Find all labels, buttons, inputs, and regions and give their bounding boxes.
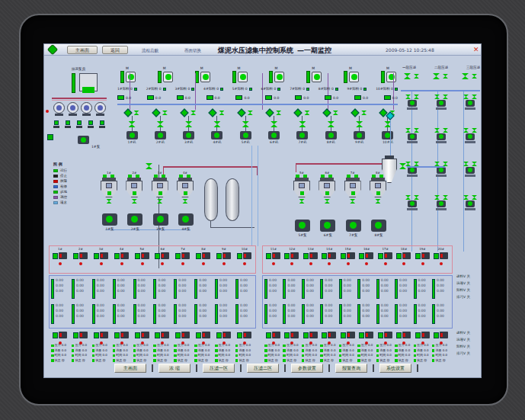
diamond-valve-icon[interactable] — [351, 108, 359, 117]
filter-hopper[interactable]: 7# — [344, 171, 361, 204]
press-unit-cell[interactable]: 18# — [395, 247, 413, 265]
filter-hopper[interactable]: 4# — [177, 171, 194, 204]
toolbar-button-main[interactable]: 主画面 — [67, 46, 98, 54]
diamond-valve-icon[interactable] — [209, 108, 217, 117]
diamond-valve-icon[interactable] — [152, 108, 160, 117]
feed-pump[interactable]: 2#泵 — [127, 213, 142, 231]
right-valve-pair[interactable] — [404, 73, 419, 79]
press-column[interactable]: 4#机 — [204, 110, 230, 144]
small-valve-icon[interactable] — [361, 111, 367, 115]
station-valve-3[interactable] — [76, 120, 82, 128]
right-valve-pair[interactable] — [462, 73, 477, 79]
press-pump-icon[interactable] — [354, 131, 365, 139]
right-mini-unit-1[interactable] — [402, 95, 422, 122]
press-pump-icon[interactable] — [296, 131, 308, 139]
agitator-unit[interactable]: M — [158, 67, 173, 84]
filter-hopper[interactable]: 1# — [101, 171, 117, 204]
press-unit-cell[interactable]: 8# — [194, 247, 213, 265]
nav-button[interactable]: 主画面 — [114, 364, 146, 373]
feed-pump[interactable]: 8#泵 — [371, 220, 386, 237]
air-vessel-1[interactable] — [204, 178, 218, 221]
press-pump-icon[interactable] — [211, 131, 222, 139]
nav-button[interactable]: 压滤二区 — [247, 364, 279, 373]
agitator-unit[interactable]: M — [344, 67, 359, 84]
nav-button[interactable]: 浓 缩 — [158, 364, 190, 373]
agitator-unit[interactable]: M — [232, 67, 248, 84]
feed-pump[interactable]: 4#泵 — [178, 213, 194, 231]
press-unit-cell[interactable]: 4# — [113, 247, 131, 265]
station-valve-4[interactable] — [88, 120, 94, 128]
valve-icon[interactable] — [328, 121, 335, 127]
diamond-valve-icon[interactable] — [294, 108, 303, 117]
press-unit-cell[interactable]: 9# — [215, 247, 233, 265]
press-unit-cell[interactable]: 11# — [264, 247, 283, 265]
station-valve-2[interactable] — [65, 120, 71, 128]
valve-icon[interactable] — [356, 121, 363, 127]
air-vessel-2[interactable] — [226, 178, 239, 221]
press-unit-cell[interactable]: 20# — [432, 247, 450, 265]
press-unit-cell[interactable]: 12# — [283, 247, 301, 265]
press-column[interactable]: 7#机 — [290, 110, 315, 144]
home-diamond-icon[interactable] — [47, 44, 58, 55]
right-mini-unit-4[interactable] — [460, 195, 480, 223]
filter-hopper[interactable]: 2# — [126, 171, 142, 204]
diamond-valve-icon[interactable] — [123, 108, 132, 117]
diamond-valve-icon[interactable] — [180, 108, 188, 117]
slurry-pump-4[interactable] — [94, 102, 107, 117]
small-valve-icon[interactable] — [219, 111, 224, 115]
right-mini-unit-2[interactable] — [431, 128, 451, 155]
small-valve-icon[interactable] — [162, 111, 168, 115]
filter-hopper[interactable]: 8# — [370, 171, 386, 204]
press-pump-icon[interactable] — [183, 131, 194, 139]
nav-button[interactable]: 系统设置 — [379, 364, 411, 373]
right-mini-unit-4[interactable] — [402, 195, 422, 223]
press-pump-icon[interactable] — [240, 131, 251, 139]
press-pump-icon[interactable] — [325, 131, 337, 139]
valve-icon[interactable] — [185, 121, 192, 127]
press-unit-cell[interactable]: 7# — [174, 247, 192, 265]
small-valve-icon[interactable] — [248, 111, 253, 115]
station-aux-pump[interactable] — [78, 136, 89, 144]
press-unit-cell[interactable]: 2# — [72, 247, 90, 265]
filter-hopper[interactable]: 6# — [319, 171, 335, 204]
nav-button[interactable]: 压滤一区 — [203, 364, 235, 373]
agitator-unit[interactable]: M — [120, 67, 136, 84]
agitator-unit[interactable]: M — [306, 67, 322, 84]
feed-pump[interactable]: 3#泵 — [153, 213, 168, 231]
right-mini-unit-2[interactable] — [402, 128, 422, 155]
press-unit-cell[interactable]: 14# — [320, 247, 338, 265]
slurry-pump-1[interactable] — [53, 102, 66, 117]
press-pump-icon[interactable] — [382, 131, 393, 139]
press-unit-cell[interactable]: 6# — [153, 247, 171, 265]
press-unit-cell[interactable]: 17# — [376, 247, 395, 265]
press-column[interactable]: 5#机 — [232, 110, 258, 144]
valve-icon[interactable] — [299, 121, 306, 127]
valve-icon[interactable] — [129, 121, 136, 127]
press-column[interactable]: 6#机 — [261, 110, 287, 144]
valve-icon[interactable] — [213, 121, 220, 127]
press-unit-cell[interactable]: 19# — [414, 247, 432, 265]
small-valve-icon[interactable] — [190, 111, 196, 115]
feed-pump[interactable]: 1#泵 — [102, 213, 117, 231]
press-pump-icon[interactable] — [268, 131, 280, 139]
close-icon[interactable]: ✕ — [473, 46, 479, 53]
right-valve-pair[interactable] — [433, 73, 448, 79]
press-column[interactable]: 9#机 — [347, 110, 373, 144]
diamond-valve-icon[interactable] — [265, 108, 274, 117]
agitator-unit[interactable]: M — [269, 67, 284, 84]
slurry-pump-3[interactable] — [81, 102, 93, 117]
nav-button[interactable]: 报警查询 — [335, 364, 367, 373]
mid-left-header-valve[interactable] — [146, 163, 152, 169]
diamond-valve-icon[interactable] — [322, 108, 331, 117]
press-column[interactable]: 1#机 — [119, 110, 145, 144]
diamond-valve-icon[interactable] — [237, 108, 245, 117]
small-valve-icon[interactable] — [134, 111, 139, 115]
press-unit-cell[interactable]: 1# — [51, 247, 69, 265]
station-valve-1[interactable] — [53, 120, 59, 128]
feed-pump[interactable]: 6#泵 — [320, 220, 335, 237]
right-mini-unit-2[interactable] — [460, 128, 480, 155]
valve-icon[interactable] — [242, 121, 249, 127]
press-pump-icon[interactable] — [155, 131, 166, 139]
press-pump-icon[interactable] — [126, 131, 138, 139]
press-unit-cell[interactable]: 15# — [339, 247, 357, 265]
